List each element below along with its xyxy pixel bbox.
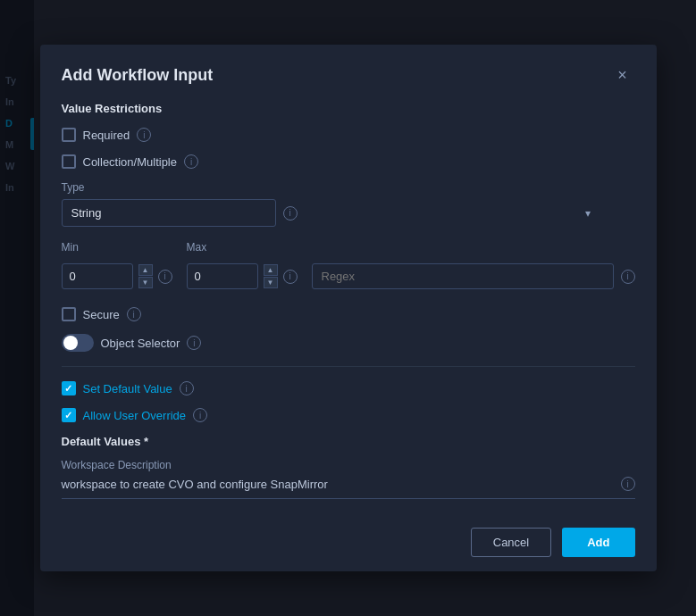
collection-checkbox[interactable] <box>62 154 76 169</box>
allow-override-info-icon[interactable]: i <box>193 408 207 422</box>
allow-user-override-row: Allow User Override i <box>62 408 635 422</box>
value-restrictions-title: Value Restrictions <box>62 102 635 115</box>
default-values-title: Default Values * <box>62 435 635 448</box>
set-default-info-icon[interactable]: i <box>180 381 194 395</box>
secure-checkbox-wrapper[interactable]: Secure <box>62 307 120 321</box>
max-label: Max <box>187 241 298 254</box>
set-default-row: Set Default Value i <box>62 381 635 395</box>
min-label: Min <box>62 241 172 254</box>
dialog-body: Value Restrictions Required i Collection… <box>40 102 657 513</box>
add-button[interactable]: Add <box>562 528 634 557</box>
required-checkbox[interactable] <box>62 128 76 142</box>
regex-info-icon[interactable]: i <box>621 270 635 284</box>
secure-label: Secure <box>83 308 120 321</box>
regex-wrapper: i <box>312 263 635 289</box>
secure-row: Secure i <box>62 307 635 321</box>
dialog-footer: Cancel Add <box>40 513 657 571</box>
workspace-label: Workspace Description <box>62 459 635 471</box>
type-select-wrapper: String Integer Boolean Float ▾ i <box>62 199 635 227</box>
type-info-icon[interactable]: i <box>283 206 298 221</box>
collection-row: Collection/Multiple i <box>62 154 635 169</box>
dialog-header: Add Workflow Input × <box>40 45 657 102</box>
secure-checkbox[interactable] <box>62 307 76 321</box>
cancel-button[interactable]: Cancel <box>471 528 551 557</box>
min-stepper-up[interactable]: ▲ <box>138 264 153 276</box>
allow-override-checkbox-wrapper[interactable]: Allow User Override <box>62 408 187 422</box>
min-input-wrapper: ▲ ▼ i <box>62 263 172 289</box>
workspace-info-icon[interactable]: i <box>621 477 635 491</box>
dialog-overlay: Add Workflow Input × Value Restrictions … <box>0 0 696 616</box>
min-input[interactable] <box>62 263 133 289</box>
max-stepper: ▲ ▼ <box>264 264 278 288</box>
min-info-icon[interactable]: i <box>158 270 172 284</box>
allow-override-label: Allow User Override <box>83 409 187 422</box>
max-input[interactable] <box>187 263 258 289</box>
collection-label: Collection/Multiple <box>83 155 178 169</box>
set-default-checkbox[interactable] <box>62 381 76 395</box>
object-selector-label: Object Selector <box>101 337 180 350</box>
object-selector-info-icon[interactable]: i <box>187 336 201 350</box>
min-group: Min ▲ ▼ i <box>62 241 172 289</box>
max-group: Max ▲ ▼ i <box>187 241 298 289</box>
required-row: Required i <box>62 128 635 142</box>
set-default-label: Set Default Value <box>83 382 172 395</box>
object-selector-toggle[interactable] <box>62 334 94 352</box>
max-input-wrapper: ▲ ▼ i <box>187 263 298 289</box>
set-default-checkbox-wrapper[interactable]: Set Default Value <box>62 381 172 395</box>
add-workflow-input-dialog: Add Workflow Input × Value Restrictions … <box>40 45 657 571</box>
workspace-value-row: workspace to create CVO and configure Sn… <box>62 477 635 499</box>
object-selector-row: Object Selector i <box>62 334 635 352</box>
type-select-arrow: ▾ <box>585 207 591 220</box>
collection-checkbox-wrapper[interactable]: Collection/Multiple <box>62 154 178 169</box>
min-stepper-down[interactable]: ▼ <box>138 277 153 288</box>
min-stepper: ▲ ▼ <box>138 264 153 288</box>
regex-input[interactable] <box>312 263 614 289</box>
divider-1 <box>62 366 635 367</box>
required-label: Required <box>83 129 130 142</box>
allow-override-checkbox[interactable] <box>62 408 76 422</box>
dialog-title: Add Workflow Input <box>62 66 214 85</box>
minmax-row: Min ▲ ▼ i Max <box>62 241 635 289</box>
max-stepper-up[interactable]: ▲ <box>264 264 278 276</box>
max-info-icon[interactable]: i <box>283 270 298 284</box>
required-info-icon[interactable]: i <box>137 128 151 142</box>
required-checkbox-wrapper[interactable]: Required <box>62 128 130 142</box>
type-select[interactable]: String Integer Boolean Float <box>62 199 276 227</box>
collection-info-icon[interactable]: i <box>184 154 198 169</box>
type-field-group: Type String Integer Boolean Float ▾ i <box>62 181 635 227</box>
secure-info-icon[interactable]: i <box>127 307 141 321</box>
type-label: Type <box>62 181 635 194</box>
object-selector-toggle-wrapper[interactable]: Object Selector <box>62 334 180 352</box>
default-values-section: Default Values * Workspace Description w… <box>62 435 635 499</box>
max-stepper-down[interactable]: ▼ <box>264 277 278 288</box>
close-button[interactable]: × <box>610 62 635 87</box>
workspace-value: workspace to create CVO and configure Sn… <box>62 478 621 491</box>
